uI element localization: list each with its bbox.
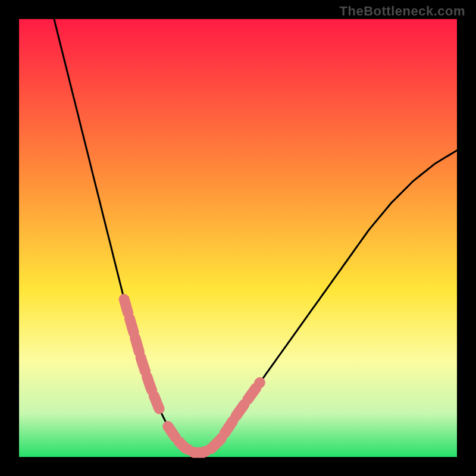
bottleneck-chart [0,0,476,476]
chart-frame: TheBottleneck.com [0,0,476,476]
plot-background [19,19,457,457]
watermark-text: TheBottleneck.com [340,4,465,19]
